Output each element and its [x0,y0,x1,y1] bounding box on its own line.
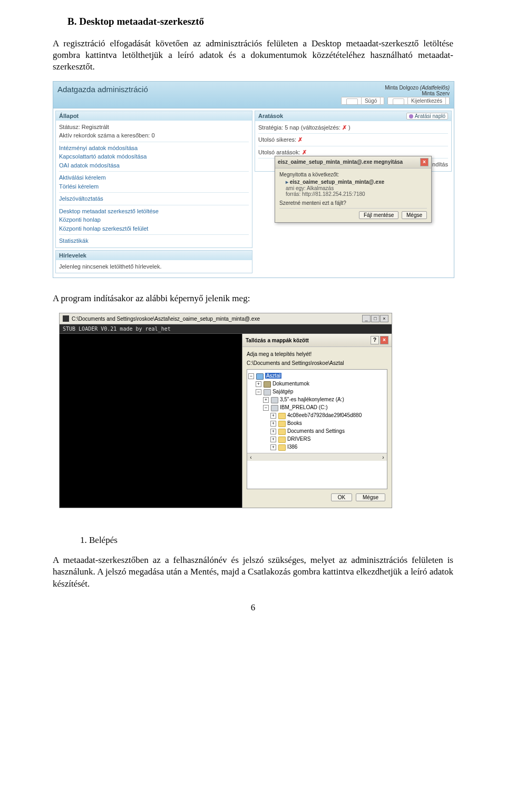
status-line: Státusz: Regisztrált [59,123,249,132]
help-icon[interactable]: ? [371,336,379,344]
browse-title: Tallózás a mappák között [246,338,309,343]
hirlevelek-body: Jelenleg nincsenek letölthető hírlevelek… [56,260,252,273]
allapot-head: Állapot [59,113,79,119]
popup-question: Szeretné menteni ezt a fájlt? [279,200,427,206]
browse-hint: Adja meg a telepítés helyét! [247,351,387,357]
help-link[interactable]: Súgó [341,97,384,105]
close-icon[interactable]: × [380,315,388,322]
close-icon[interactable]: × [380,336,388,344]
cancel-button[interactable]: Mégse [356,493,385,501]
desktop-icon [256,373,264,380]
folder-icon [278,421,286,427]
popup-file: eisz_oaime_setup_minta_minta@.exe [286,179,427,185]
sidebar-link[interactable]: Intézményi adatok módosítása [59,145,138,151]
maximize-icon[interactable]: □ [371,315,380,322]
popup-type: ami egy: Alkalmazás [286,185,427,191]
sidebar-link[interactable]: OAI adatok módosítása [59,162,120,169]
admin-screenshot: Adatgazda adminisztráció Minta Dolgozo (… [53,81,454,278]
sidebar-link[interactable]: Központi honlap szerkesztői felület [59,225,148,232]
folder-icon [278,437,286,443]
aratasi-naplo-button[interactable]: Aratási napló [406,113,448,120]
page-number: 6 [53,602,453,613]
admin-title: Adatgazda adminisztráció [57,85,148,104]
browse-path: C:\Documents and Settings\roskoe\Asztal [247,360,387,366]
scroll-right-icon[interactable]: › [380,454,387,460]
sidebar-link[interactable]: Desktop metaadat szerkesztő letöltése [59,208,159,214]
logout-link[interactable]: Kijelentkezés [387,97,450,105]
ok-button[interactable]: OK [331,493,352,501]
step-1: 1. Belépés [80,534,453,546]
stub-loader-line: STUB LOADER V0.21 made by real_het [60,324,392,334]
paragraph-2: A program indításakor az alábbi képernyő… [53,293,453,304]
sidebar-link[interactable]: Statisztikák [59,237,89,244]
sidebar-link[interactable]: Törlési kérelem [59,183,99,190]
heading: B. Desktop metaadat-szerkesztő [67,16,453,27]
sidebar-link[interactable]: Jelszóváltoztatás [59,195,103,202]
sidebar-link[interactable]: Aktiválási kérelem [59,174,106,181]
popup-title: eisz_oaime_setup_minta_minta@.exe megnyi… [278,159,403,165]
aratasok-head: Aratások [258,113,283,120]
console-area [60,334,242,508]
popup-source: forrás: http://81.182.254.215:7180 [286,191,427,197]
user-role: (Adatfelelős) [420,85,450,91]
scroll-left-icon[interactable]: ‹ [247,454,255,460]
user-name: Minta Dolgozo [385,85,419,91]
cmd-icon [63,315,69,322]
cmd-screenshot: C:\Documents and Settings\roskoe\Asztal\… [59,313,392,508]
download-popup: eisz_oaime_setup_minta_minta@.exe megnyi… [275,156,432,223]
cmd-title: C:\Documents and Settings\roskoe\Asztal\… [72,316,260,322]
save-file-button[interactable]: Fájl mentése [359,211,398,219]
cancel-button[interactable]: Mégse [402,211,427,219]
hirlevelek-head: Hírlevelek [59,252,86,259]
sidebar-link[interactable]: Központi honlap [59,216,101,223]
user-org: Minta Szerv [422,91,450,96]
paragraph-1: A regisztráció elfogadását követően az a… [53,38,453,73]
folder-tree[interactable]: −Asztal +Dokumentumok −Sajátgép +3,5"-es… [247,369,387,489]
last-success: Utolsó sikeres: ✗ [258,135,448,144]
minimize-icon[interactable]: _ [362,315,371,322]
active-records: Aktív rekordok száma a keresőben: 0 [59,131,249,140]
paragraph-3: A metaadat-szerkesztőben az a felhasznál… [53,554,453,589]
mydocs-icon [264,381,271,388]
computer-icon [264,389,271,395]
browse-dialog: Tallózás a mappák között ? × Adja meg a … [242,334,392,508]
floppy-icon [271,397,278,403]
strategy-line: Stratégia: 5 nap (változásjelzés: ✗ ) [258,123,448,132]
folder-icon [278,429,286,435]
close-icon[interactable]: × [420,158,429,166]
popup-opened: Megnyitotta a következőt: [279,172,427,177]
drive-icon [271,405,278,411]
sidebar-link[interactable]: Kapcsolattartó adatok módosítása [59,153,147,160]
folder-icon [278,413,286,419]
folder-icon [278,444,286,451]
